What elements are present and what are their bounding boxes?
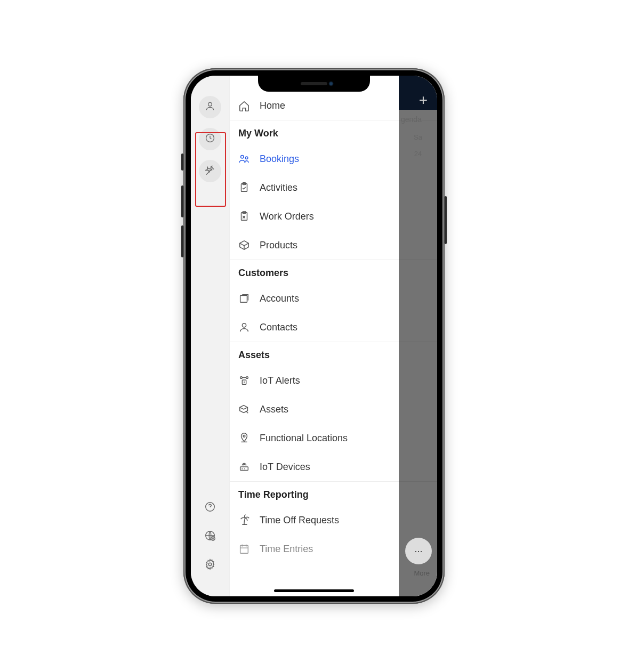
person-icon <box>238 321 250 333</box>
menu-label: Home <box>260 100 285 111</box>
menu-label: Activities <box>260 182 297 193</box>
accounts-icon <box>238 293 250 304</box>
people-icon <box>238 153 250 165</box>
notch <box>258 76 370 92</box>
help-button[interactable] <box>202 499 219 516</box>
alert-icon <box>238 375 250 386</box>
menu-label: Work Orders <box>260 211 314 222</box>
phone-screen: Home My Work Bookings <box>191 76 437 596</box>
menu-label: Accounts <box>260 293 299 304</box>
svg-point-0 <box>208 102 212 106</box>
pin-icon <box>205 165 215 177</box>
menu-label: Functional Locations <box>260 433 348 444</box>
svg-rect-19 <box>240 546 248 554</box>
svg-point-5 <box>208 563 212 566</box>
phone-frame: Home My Work Bookings <box>183 68 445 604</box>
more-label: More <box>414 569 430 577</box>
plus-icon[interactable]: + <box>419 92 428 109</box>
menu-label: Contacts <box>260 322 297 333</box>
web-button[interactable] <box>202 528 219 545</box>
recent-button[interactable] <box>199 128 221 150</box>
location-pin-icon <box>238 432 250 444</box>
volume-down <box>181 225 183 257</box>
menu-label: Assets <box>260 404 288 415</box>
mute-switch <box>181 153 183 171</box>
palm-tree-icon <box>238 514 250 526</box>
svg-point-15 <box>246 377 248 379</box>
menu-label: Time Entries <box>260 544 313 555</box>
menu-label: Bookings <box>260 153 299 165</box>
app-root: Home My Work Bookings <box>191 76 437 596</box>
nav-rail <box>191 76 229 596</box>
clipboard-edit-icon <box>238 210 250 222</box>
calendar-day-number[interactable]: 24 <box>399 145 437 162</box>
globe-icon <box>204 530 216 544</box>
svg-point-14 <box>240 377 243 379</box>
help-icon <box>204 501 216 515</box>
more-button[interactable]: ··· <box>405 538 432 564</box>
svg-rect-12 <box>240 296 247 303</box>
top-bar: + <box>399 76 437 110</box>
menu-label: IoT Alerts <box>260 375 300 386</box>
svg-point-7 <box>245 157 248 159</box>
ellipsis-icon: ··· <box>414 546 422 557</box>
box-wrench-icon <box>238 403 250 415</box>
profile-button[interactable] <box>199 96 221 118</box>
menu-label: Time Off Requests <box>260 515 339 526</box>
menu-label: IoT Devices <box>260 462 310 473</box>
pinned-button[interactable] <box>199 160 221 182</box>
volume-up <box>181 185 183 217</box>
clock-icon <box>205 133 215 145</box>
menu-label: Products <box>260 240 297 251</box>
svg-point-17 <box>243 435 245 438</box>
agenda-tab-partial[interactable]: genda <box>399 110 437 129</box>
svg-point-6 <box>241 156 244 159</box>
calendar-icon <box>238 543 250 555</box>
gear-icon <box>204 558 216 572</box>
home-indicator[interactable] <box>274 589 354 592</box>
svg-point-13 <box>242 323 246 327</box>
person-icon <box>205 101 215 114</box>
power-button <box>445 196 447 244</box>
home-icon <box>238 100 250 112</box>
calendar-day-header: Sa <box>399 129 437 145</box>
clipboard-check-icon <box>238 182 250 193</box>
dimmed-backdrop[interactable]: + genda Sa 24 ··· More <box>399 76 437 596</box>
router-icon <box>238 461 250 473</box>
settings-button[interactable] <box>202 557 219 574</box>
box-icon <box>238 239 250 251</box>
